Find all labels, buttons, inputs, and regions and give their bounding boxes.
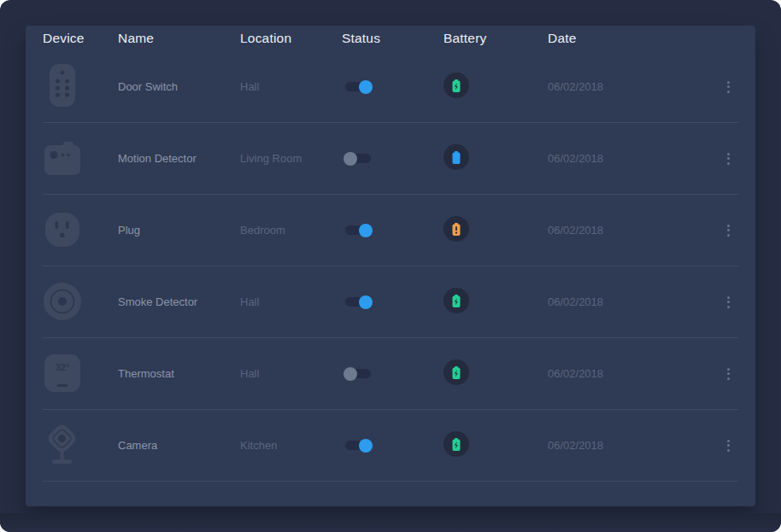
table-row-plug: Plug Bedroom 06/02/2018 — [43, 195, 738, 266]
more-options-button[interactable] — [718, 78, 738, 96]
thermostat-icon: 32° — [43, 350, 82, 395]
more-options-button[interactable] — [718, 293, 738, 312]
camera-icon — [43, 422, 82, 466]
col-header-device: Device — [43, 31, 118, 46]
battery-charging-icon — [443, 301, 469, 316]
status-toggle[interactable] — [344, 367, 373, 381]
battery-low-icon — [443, 230, 469, 244]
device-location: Bedroom — [240, 224, 342, 237]
device-date: 06/02/2018 — [548, 152, 718, 165]
smart-home-devices-window: Device Name Location Status Battery Date… — [0, 0, 781, 532]
device-name: Smoke Detector — [118, 295, 240, 308]
table-row-motion-detector: Motion Detector Living Room 06/02/2018 — [43, 123, 738, 195]
device-name: Thermostat — [118, 367, 240, 380]
table-row-camera: Camera Kitchen 06/02/2018 — [43, 410, 738, 482]
col-header-date: Date — [548, 31, 718, 46]
motion-detector-icon — [43, 135, 82, 179]
device-location: Kitchen — [240, 439, 342, 452]
toggle-knob — [359, 439, 373, 453]
device-date: 06/02/2018 — [548, 439, 718, 452]
device-name: Plug — [118, 224, 240, 237]
device-date: 06/02/2018 — [548, 80, 718, 93]
device-name: Camera — [118, 439, 240, 452]
toggle-knob — [344, 367, 357, 381]
toggle-knob — [359, 295, 373, 309]
more-options-button[interactable] — [718, 436, 738, 455]
col-header-status: Status — [342, 31, 443, 46]
devices-table: Device Name Location Status Battery Date… — [26, 26, 755, 506]
status-toggle[interactable] — [344, 152, 373, 166]
device-location: Hall — [240, 295, 342, 308]
table-row-thermostat: 32° Thermostat Hall 06/02/2018 — [43, 338, 738, 410]
door-switch-remote-icon — [43, 63, 82, 108]
status-toggle[interactable] — [344, 295, 373, 309]
smoke-detector-icon — [43, 278, 82, 323]
col-header-location: Location — [240, 31, 342, 46]
battery-charging-icon — [443, 373, 469, 388]
table-row-smoke-detector: Smoke Detector Hall 06/02/2018 — [43, 266, 738, 338]
device-location: Hall — [240, 367, 342, 380]
device-date: 06/02/2018 — [548, 224, 718, 237]
toggle-knob — [359, 80, 373, 94]
toggle-knob — [344, 152, 357, 166]
col-header-battery: Battery — [443, 31, 548, 46]
status-toggle[interactable] — [344, 439, 373, 453]
more-options-button[interactable] — [718, 365, 738, 383]
table-header: Device Name Location Status Battery Date — [43, 26, 738, 51]
battery-full-icon — [443, 158, 469, 172]
window-bottom-edge — [0, 513, 781, 532]
device-location: Hall — [240, 80, 342, 93]
more-options-button[interactable] — [718, 149, 738, 168]
device-location: Living Room — [240, 152, 342, 165]
toggle-knob — [359, 224, 373, 237]
status-toggle[interactable] — [344, 80, 373, 94]
device-name: Door Switch — [118, 80, 240, 93]
plug-outlet-icon — [43, 207, 82, 251]
table-row-door-switch: Door Switch Hall 06/02/2018 — [43, 51, 738, 123]
device-date: 06/02/2018 — [548, 295, 718, 308]
device-name: Motion Detector — [118, 152, 240, 165]
svg-text:32°: 32° — [56, 362, 70, 372]
battery-charging-icon — [443, 86, 469, 101]
battery-charging-icon — [443, 445, 469, 459]
more-options-button[interactable] — [718, 221, 738, 240]
col-header-name: Name — [118, 31, 240, 46]
device-date: 06/02/2018 — [548, 367, 718, 380]
status-toggle[interactable] — [344, 224, 373, 237]
